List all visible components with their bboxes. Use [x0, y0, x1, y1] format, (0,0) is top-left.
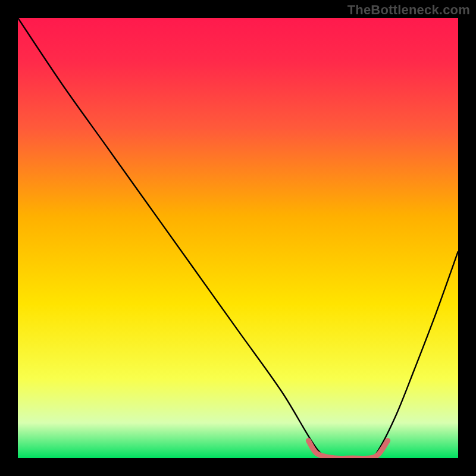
gradient-background — [18, 18, 458, 458]
attribution-text: TheBottleneck.com — [347, 2, 470, 18]
chart-plot — [18, 18, 458, 458]
chart-svg — [18, 18, 458, 458]
chart-frame: TheBottleneck.com — [0, 0, 476, 476]
